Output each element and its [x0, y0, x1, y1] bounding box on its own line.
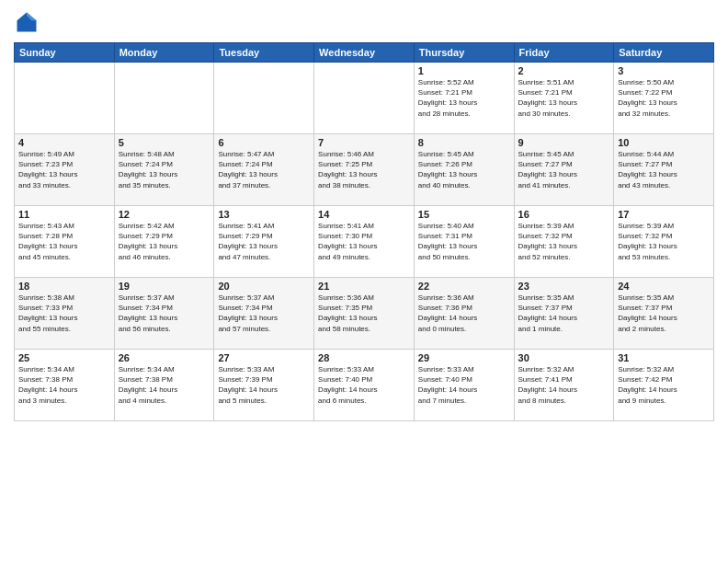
logo-icon — [14, 9, 40, 35]
day-info: Sunrise: 5:48 AM Sunset: 7:24 PM Dayligh… — [119, 149, 210, 190]
week-row-5: 25Sunrise: 5:34 AM Sunset: 7:38 PM Dayli… — [15, 350, 714, 421]
weekday-monday: Monday — [114, 43, 214, 63]
day-info: Sunrise: 5:47 AM Sunset: 7:24 PM Dayligh… — [218, 149, 310, 190]
day-cell: 10Sunrise: 5:44 AM Sunset: 7:27 PM Dayli… — [614, 134, 714, 206]
day-cell: 18Sunrise: 5:38 AM Sunset: 7:33 PM Dayli… — [15, 278, 115, 350]
page: SundayMondayTuesdayWednesdayThursdayFrid… — [0, 0, 728, 563]
weekday-wednesday: Wednesday — [314, 43, 415, 63]
day-number: 18 — [18, 281, 110, 292]
day-info: Sunrise: 5:49 AM Sunset: 7:23 PM Dayligh… — [18, 149, 110, 190]
day-info: Sunrise: 5:50 AM Sunset: 7:22 PM Dayligh… — [618, 77, 710, 119]
day-info: Sunrise: 5:34 AM Sunset: 7:38 PM Dayligh… — [119, 364, 210, 406]
day-info: Sunrise: 5:35 AM Sunset: 7:37 PM Dayligh… — [618, 293, 710, 334]
day-cell: 2Sunrise: 5:51 AM Sunset: 7:21 PM Daylig… — [514, 63, 614, 134]
day-number: 9 — [518, 137, 610, 148]
day-number: 5 — [119, 137, 210, 148]
day-number: 12 — [119, 209, 210, 220]
day-number: 2 — [518, 65, 610, 76]
day-cell — [214, 63, 314, 134]
day-cell — [15, 63, 115, 134]
day-info: Sunrise: 5:39 AM Sunset: 7:32 PM Dayligh… — [618, 221, 710, 262]
day-cell — [114, 63, 214, 134]
day-cell: 26Sunrise: 5:34 AM Sunset: 7:38 PM Dayli… — [114, 350, 214, 421]
day-info: Sunrise: 5:32 AM Sunset: 7:41 PM Dayligh… — [518, 364, 610, 406]
day-number: 7 — [318, 137, 410, 148]
day-info: Sunrise: 5:45 AM Sunset: 7:27 PM Dayligh… — [518, 149, 610, 190]
day-number: 16 — [518, 209, 610, 220]
day-number: 27 — [218, 352, 310, 363]
day-number: 3 — [618, 65, 710, 76]
day-cell: 11Sunrise: 5:43 AM Sunset: 7:28 PM Dayli… — [15, 206, 115, 278]
day-number: 10 — [618, 137, 710, 148]
day-info: Sunrise: 5:36 AM Sunset: 7:35 PM Dayligh… — [318, 293, 410, 334]
day-cell: 24Sunrise: 5:35 AM Sunset: 7:37 PM Dayli… — [614, 278, 714, 350]
day-info: Sunrise: 5:38 AM Sunset: 7:33 PM Dayligh… — [18, 293, 110, 334]
day-info: Sunrise: 5:44 AM Sunset: 7:27 PM Dayligh… — [618, 149, 710, 190]
day-info: Sunrise: 5:36 AM Sunset: 7:36 PM Dayligh… — [418, 293, 510, 334]
day-info: Sunrise: 5:33 AM Sunset: 7:40 PM Dayligh… — [418, 364, 510, 406]
day-number: 30 — [518, 352, 610, 363]
weekday-saturday: Saturday — [614, 43, 714, 63]
day-info: Sunrise: 5:51 AM Sunset: 7:21 PM Dayligh… — [518, 77, 610, 119]
weekday-friday: Friday — [514, 43, 614, 63]
day-info: Sunrise: 5:41 AM Sunset: 7:30 PM Dayligh… — [318, 221, 410, 262]
day-cell: 20Sunrise: 5:37 AM Sunset: 7:34 PM Dayli… — [214, 278, 314, 350]
day-info: Sunrise: 5:42 AM Sunset: 7:29 PM Dayligh… — [119, 221, 210, 262]
weekday-tuesday: Tuesday — [214, 43, 314, 63]
day-info: Sunrise: 5:37 AM Sunset: 7:34 PM Dayligh… — [119, 293, 210, 334]
day-number: 11 — [18, 209, 110, 220]
day-number: 8 — [418, 137, 510, 148]
weekday-sunday: Sunday — [15, 43, 115, 63]
day-cell: 13Sunrise: 5:41 AM Sunset: 7:29 PM Dayli… — [214, 206, 314, 278]
day-number: 6 — [218, 137, 310, 148]
day-cell — [314, 63, 415, 134]
day-cell: 12Sunrise: 5:42 AM Sunset: 7:29 PM Dayli… — [114, 206, 214, 278]
day-cell: 5Sunrise: 5:48 AM Sunset: 7:24 PM Daylig… — [114, 134, 214, 206]
day-number: 28 — [318, 352, 410, 363]
day-info: Sunrise: 5:40 AM Sunset: 7:31 PM Dayligh… — [418, 221, 510, 262]
day-number: 21 — [318, 281, 410, 292]
day-info: Sunrise: 5:46 AM Sunset: 7:25 PM Dayligh… — [318, 149, 410, 190]
week-row-2: 4Sunrise: 5:49 AM Sunset: 7:23 PM Daylig… — [15, 134, 714, 206]
header — [14, 9, 714, 35]
day-cell: 14Sunrise: 5:41 AM Sunset: 7:30 PM Dayli… — [314, 206, 415, 278]
day-info: Sunrise: 5:41 AM Sunset: 7:29 PM Dayligh… — [218, 221, 310, 262]
logo — [14, 9, 43, 35]
day-cell: 17Sunrise: 5:39 AM Sunset: 7:32 PM Dayli… — [614, 206, 714, 278]
day-number: 23 — [518, 281, 610, 292]
week-row-4: 18Sunrise: 5:38 AM Sunset: 7:33 PM Dayli… — [15, 278, 714, 350]
day-number: 20 — [218, 281, 310, 292]
day-cell: 3Sunrise: 5:50 AM Sunset: 7:22 PM Daylig… — [614, 63, 714, 134]
day-cell: 6Sunrise: 5:47 AM Sunset: 7:24 PM Daylig… — [214, 134, 314, 206]
day-number: 24 — [618, 281, 710, 292]
calendar-table: SundayMondayTuesdayWednesdayThursdayFrid… — [14, 42, 714, 421]
day-info: Sunrise: 5:37 AM Sunset: 7:34 PM Dayligh… — [218, 293, 310, 334]
day-cell: 31Sunrise: 5:32 AM Sunset: 7:42 PM Dayli… — [614, 350, 714, 421]
day-cell: 23Sunrise: 5:35 AM Sunset: 7:37 PM Dayli… — [514, 278, 614, 350]
day-cell: 8Sunrise: 5:45 AM Sunset: 7:26 PM Daylig… — [414, 134, 514, 206]
day-number: 25 — [18, 352, 110, 363]
day-number: 31 — [618, 352, 710, 363]
day-info: Sunrise: 5:35 AM Sunset: 7:37 PM Dayligh… — [518, 293, 610, 334]
day-number: 19 — [119, 281, 210, 292]
week-row-3: 11Sunrise: 5:43 AM Sunset: 7:28 PM Dayli… — [15, 206, 714, 278]
weekday-header-row: SundayMondayTuesdayWednesdayThursdayFrid… — [15, 43, 714, 63]
day-cell: 1Sunrise: 5:52 AM Sunset: 7:21 PM Daylig… — [414, 63, 514, 134]
day-cell: 4Sunrise: 5:49 AM Sunset: 7:23 PM Daylig… — [15, 134, 115, 206]
day-info: Sunrise: 5:43 AM Sunset: 7:28 PM Dayligh… — [18, 221, 110, 262]
day-cell: 25Sunrise: 5:34 AM Sunset: 7:38 PM Dayli… — [15, 350, 115, 421]
day-cell: 29Sunrise: 5:33 AM Sunset: 7:40 PM Dayli… — [414, 350, 514, 421]
day-info: Sunrise: 5:45 AM Sunset: 7:26 PM Dayligh… — [418, 149, 510, 190]
day-number: 17 — [618, 209, 710, 220]
day-cell: 30Sunrise: 5:32 AM Sunset: 7:41 PM Dayli… — [514, 350, 614, 421]
day-cell: 21Sunrise: 5:36 AM Sunset: 7:35 PM Dayli… — [314, 278, 415, 350]
day-info: Sunrise: 5:39 AM Sunset: 7:32 PM Dayligh… — [518, 221, 610, 262]
day-number: 4 — [18, 137, 110, 148]
day-number: 15 — [418, 209, 510, 220]
day-number: 14 — [318, 209, 410, 220]
day-number: 1 — [418, 65, 510, 76]
day-cell: 15Sunrise: 5:40 AM Sunset: 7:31 PM Dayli… — [414, 206, 514, 278]
day-number: 29 — [418, 352, 510, 363]
day-info: Sunrise: 5:34 AM Sunset: 7:38 PM Dayligh… — [18, 364, 110, 406]
week-row-1: 1Sunrise: 5:52 AM Sunset: 7:21 PM Daylig… — [15, 63, 714, 134]
